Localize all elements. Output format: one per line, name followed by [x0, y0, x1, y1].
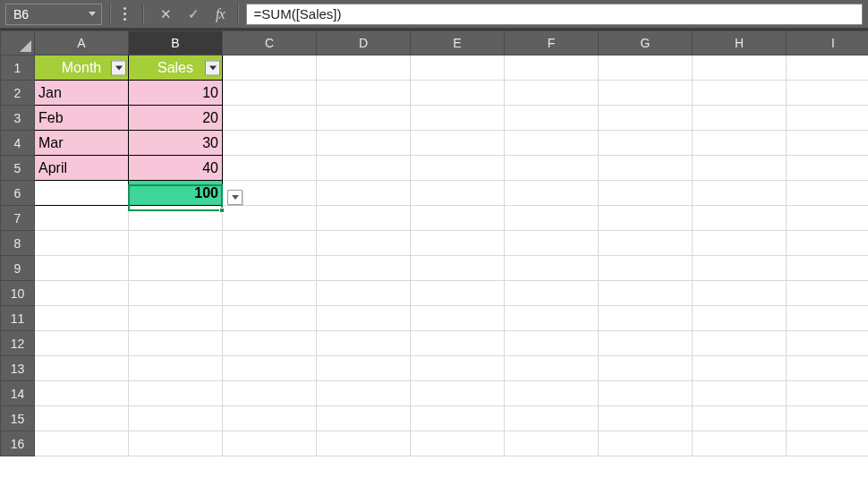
- cell[interactable]: [599, 55, 693, 81]
- row-header[interactable]: 1: [1, 55, 35, 81]
- cell[interactable]: [223, 431, 317, 456]
- cell[interactable]: [411, 206, 505, 231]
- cell[interactable]: [693, 181, 787, 206]
- cell[interactable]: [787, 106, 869, 131]
- row-header[interactable]: 10: [1, 281, 35, 306]
- cell[interactable]: [787, 381, 869, 406]
- cell[interactable]: [317, 281, 411, 306]
- cell[interactable]: [223, 256, 317, 281]
- cell[interactable]: [223, 306, 317, 331]
- cell[interactable]: [505, 356, 599, 381]
- row-header[interactable]: 6: [1, 181, 35, 206]
- cell[interactable]: [505, 381, 599, 406]
- cell[interactable]: [505, 231, 599, 256]
- cell[interactable]: [129, 306, 223, 331]
- cell[interactable]: [35, 356, 129, 381]
- cell[interactable]: [693, 206, 787, 231]
- cell[interactable]: [129, 281, 223, 306]
- cell[interactable]: [223, 55, 317, 81]
- cell[interactable]: [129, 206, 223, 231]
- cell[interactable]: [411, 81, 505, 106]
- cell[interactable]: [787, 431, 869, 456]
- cell[interactable]: [505, 306, 599, 331]
- cell[interactable]: [129, 356, 223, 381]
- cell[interactable]: [787, 231, 869, 256]
- cell[interactable]: [35, 181, 129, 206]
- cell[interactable]: [599, 106, 693, 131]
- cell[interactable]: [599, 356, 693, 381]
- cell[interactable]: [317, 306, 411, 331]
- row-header[interactable]: 14: [1, 381, 35, 406]
- cell[interactable]: [317, 256, 411, 281]
- cell[interactable]: [505, 81, 599, 106]
- cell[interactable]: [693, 131, 787, 156]
- row-header[interactable]: 11: [1, 306, 35, 331]
- cell[interactable]: [411, 281, 505, 306]
- cell[interactable]: [505, 131, 599, 156]
- cell[interactable]: [317, 131, 411, 156]
- cell[interactable]: [693, 381, 787, 406]
- cell[interactable]: [35, 381, 129, 406]
- cell[interactable]: [787, 281, 869, 306]
- cell[interactable]: [223, 206, 317, 231]
- cell[interactable]: [505, 106, 599, 131]
- accept-icon[interactable]: ✓: [188, 7, 200, 21]
- cell[interactable]: [411, 381, 505, 406]
- cell[interactable]: [787, 306, 869, 331]
- cell[interactable]: [693, 306, 787, 331]
- cell[interactable]: [787, 356, 869, 381]
- cell[interactable]: [787, 256, 869, 281]
- cell[interactable]: [599, 231, 693, 256]
- cell[interactable]: [317, 231, 411, 256]
- cell-active[interactable]: 100: [129, 181, 223, 206]
- cell[interactable]: [223, 356, 317, 381]
- dropdown-icon[interactable]: [89, 12, 96, 16]
- cell[interactable]: [129, 381, 223, 406]
- cell[interactable]: [317, 356, 411, 381]
- cell[interactable]: [411, 356, 505, 381]
- cell[interactable]: [411, 231, 505, 256]
- fill-handle[interactable]: [219, 208, 225, 213]
- cell[interactable]: [693, 106, 787, 131]
- select-all-corner[interactable]: [1, 31, 35, 55]
- cell[interactable]: [129, 431, 223, 456]
- cell[interactable]: [35, 431, 129, 456]
- cell[interactable]: [787, 331, 869, 356]
- cell[interactable]: [317, 331, 411, 356]
- column-header[interactable]: B: [129, 31, 223, 55]
- cell[interactable]: [787, 55, 869, 81]
- column-header[interactable]: C: [223, 31, 317, 55]
- cell[interactable]: [505, 256, 599, 281]
- grid[interactable]: A B C D E F G H I 1 Month: [0, 30, 868, 456]
- cell[interactable]: [223, 156, 317, 181]
- cell[interactable]: [317, 55, 411, 81]
- cell[interactable]: [411, 181, 505, 206]
- cell[interactable]: [317, 381, 411, 406]
- cell[interactable]: [599, 281, 693, 306]
- row-header[interactable]: 7: [1, 206, 35, 231]
- cell[interactable]: [129, 406, 223, 431]
- row-header[interactable]: 8: [1, 231, 35, 256]
- cell[interactable]: [787, 406, 869, 431]
- cell[interactable]: [317, 181, 411, 206]
- row-header[interactable]: 16: [1, 431, 35, 456]
- column-header[interactable]: G: [599, 31, 693, 55]
- column-header[interactable]: E: [411, 31, 505, 55]
- cell[interactable]: 10: [129, 81, 223, 106]
- cell[interactable]: [505, 431, 599, 456]
- cell[interactable]: [223, 106, 317, 131]
- column-header[interactable]: F: [505, 31, 599, 55]
- column-header[interactable]: D: [317, 31, 411, 55]
- cell[interactable]: [223, 331, 317, 356]
- cell[interactable]: 30: [129, 131, 223, 156]
- cell[interactable]: [35, 281, 129, 306]
- cell[interactable]: Mar: [35, 131, 129, 156]
- cell[interactable]: [505, 55, 599, 81]
- cell[interactable]: [317, 431, 411, 456]
- cell[interactable]: [505, 206, 599, 231]
- cell[interactable]: [505, 181, 599, 206]
- cell[interactable]: [599, 206, 693, 231]
- cell[interactable]: [411, 156, 505, 181]
- cell[interactable]: 40: [129, 156, 223, 181]
- cell[interactable]: [411, 256, 505, 281]
